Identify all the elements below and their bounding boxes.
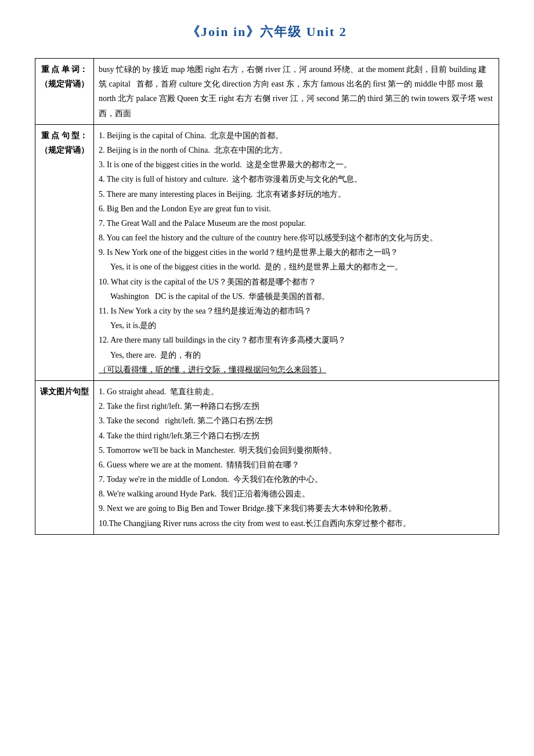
sentence-1: 1. Beijing is the capital of China. 北京是中… — [99, 128, 494, 143]
sentence-patterns-row: 重 点 句 型：（规定背诵） 1. Beijing is the capital… — [35, 124, 499, 380]
sentence-12b: Yes, there are. 是的，有的 — [99, 348, 494, 362]
sentence-patterns-content: 1. Beijing is the capital of China. 北京是中… — [94, 124, 499, 380]
pic-sentence-6: 6. Guess where we are at the moment. 猜猜我… — [99, 458, 494, 472]
sentence-9a: 9. Is New York one of the biggest cities… — [99, 245, 494, 260]
pic-sentence-3: 3. Take the second right/left. 第二个路口右拐/左… — [99, 413, 494, 428]
sentence-10b: Washington DC is the capital of the US. … — [99, 289, 494, 304]
main-table: 重 点 单 词：（规定背诵） busy 忙碌的 by 接近 map 地图 rig… — [35, 58, 499, 535]
sentence-3: 3. It is one of the biggest cities in th… — [99, 157, 494, 172]
picture-sentences-content: 1. Go straight ahead. 笔直往前走。 2. Take the… — [94, 380, 499, 534]
sentence-6: 6. Big Ben and the London Eye are great … — [99, 201, 494, 216]
vocabulary-label: 重 点 单 词：（规定背诵） — [35, 59, 94, 125]
vocabulary-row: 重 点 单 词：（规定背诵） busy 忙碌的 by 接近 map 地图 rig… — [35, 59, 499, 125]
pic-sentence-9: 9. Next we are going to Big Ben and Towe… — [99, 501, 494, 516]
vocabulary-content: busy 忙碌的 by 接近 map 地图 right 右方，右侧 river … — [94, 59, 499, 125]
sentence-4: 4. The city is full of history and cultu… — [99, 172, 494, 186]
sentence-5: 5. There are many interesting places in … — [99, 187, 494, 201]
sentence-11a: 11. Is New York a city by the sea？纽约是接近海… — [99, 304, 494, 318]
pic-sentence-1: 1. Go straight ahead. 笔直往前走。 — [99, 384, 494, 399]
sentence-2: 2. Beijing is in the north of China. 北京在… — [99, 143, 494, 157]
picture-sentences-row: 课文图片句型 1. Go straight ahead. 笔直往前走。 2. T… — [35, 380, 499, 534]
sentence-patterns-label: 重 点 句 型：（规定背诵） — [35, 124, 94, 380]
sentence-12a: 12. Are there many tall buildings in the… — [99, 333, 494, 347]
pic-sentence-10: 10.The Changjiang River runs across the … — [99, 516, 494, 531]
pic-sentence-4: 4. Take the third right/left.第三个路口右拐/左拐 — [99, 429, 494, 443]
sentence-8: 8. You can feel the history and the cult… — [99, 231, 494, 245]
picture-sentences-label: 课文图片句型 — [35, 380, 94, 534]
sentence-10a: 10. What city is the capital of the US？美… — [99, 275, 494, 289]
pic-sentence-7: 7. Today we're in the middle of London. … — [99, 472, 494, 487]
page-title: 《Join in》六年级 Unit 2 — [35, 23, 499, 41]
pic-sentence-8: 8. We're walking around Hyde Park. 我们正沿着… — [99, 487, 494, 501]
sentence-9b: Yes, it is one of the biggest cities in … — [99, 260, 494, 274]
pic-sentence-5: 5. Tomorrow we'll be back in Manchester.… — [99, 443, 494, 458]
note: （可以看得懂，听的懂，进行交际，懂得根据问句怎么来回答） — [99, 362, 494, 377]
pic-sentence-2: 2. Take the first right/left. 第一种路口右拐/左拐 — [99, 399, 494, 413]
sentence-11b: Yes, it is.是的 — [99, 318, 494, 333]
sentence-7: 7. The Great Wall and the Palace Museum … — [99, 216, 494, 231]
